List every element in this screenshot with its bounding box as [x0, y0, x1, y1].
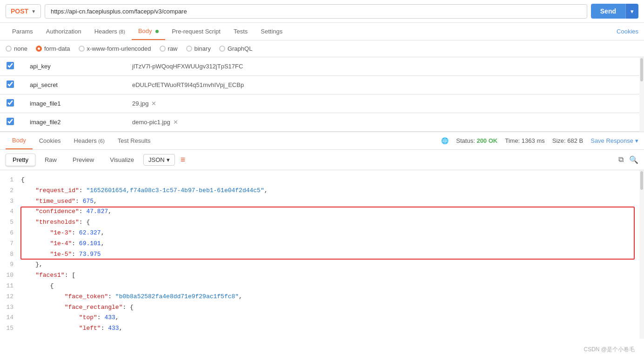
copy-icon[interactable]: ⧉	[618, 155, 624, 164]
json-format-label: JSON	[148, 156, 165, 163]
json-line-15: 15 "left": 433,	[0, 323, 644, 334]
format-raw-button[interactable]: Raw	[38, 154, 63, 166]
body-type-binary[interactable]: binary	[186, 45, 211, 52]
json-line-10: 10 "faces1": [	[0, 270, 644, 281]
tab-headers[interactable]: Headers (8)	[88, 23, 132, 40]
tab-settings[interactable]: Settings	[254, 23, 289, 40]
body-type-form-data[interactable]: form-data	[36, 45, 70, 52]
json-format-chevron-icon: ▾	[167, 156, 170, 163]
body-type-none[interactable]: none	[6, 45, 27, 52]
body-active-dot	[155, 30, 159, 33]
table-row: image_file1 29.jpg ✕	[0, 94, 644, 113]
tab-prerequest[interactable]: Pre-request Script	[165, 23, 227, 40]
row-2-value: eDULPcfETWuoRT9I4q51mvhIVpj_ECBp	[126, 76, 644, 94]
table-row: api_secret eDULPcfETWuoRT9I4q51mvhIVpj_E…	[0, 76, 644, 94]
method-select[interactable]: POST ▼	[6, 4, 41, 18]
radio-binary	[186, 46, 192, 52]
json-line-5: 5 "thresholds": {	[0, 217, 644, 228]
row-3-checkbox[interactable]	[7, 99, 14, 107]
top-bar: POST ▼ Send ▾	[0, 0, 644, 23]
highlighted-section: 4 "confidence": 47.827, 5 "thresholds": …	[0, 207, 644, 260]
table-row: image_file2 demo-pic1.jpg ✕	[0, 113, 644, 132]
response-toolbar: Pretty Raw Preview Visualize JSON ▾ ≡ ⧉ …	[0, 150, 644, 170]
body-type-graphql[interactable]: GraphQL	[219, 45, 252, 52]
request-tab-bar: Params Authorization Headers (8) Body Pr…	[0, 23, 644, 40]
json-line-11: 11 {	[0, 281, 644, 292]
json-line-9: 9 },	[0, 260, 644, 270]
save-response-button[interactable]: Save Response ▾	[590, 137, 638, 144]
json-line-7: 7 "1e-4": 69.101,	[0, 239, 644, 249]
row-2-checkbox[interactable]	[7, 80, 14, 88]
response-tab-body[interactable]: Body	[6, 132, 33, 149]
table-row: api_key jlTzV7l-pWQoqHFXWUUgv312jTpS17FC	[0, 57, 644, 76]
format-preview-button[interactable]: Preview	[66, 154, 101, 166]
wrap-icon[interactable]: ≡	[181, 155, 186, 165]
tab-authorization[interactable]: Authorization	[40, 23, 88, 40]
cookies-link[interactable]: Cookies	[617, 28, 638, 35]
response-tab-test-results[interactable]: Test Results	[111, 133, 157, 149]
json-line-3: 3 "time_used": 675,	[0, 196, 644, 207]
json-line-1: 1 {	[0, 175, 644, 186]
response-scrollbar-thumb	[640, 171, 643, 190]
format-pretty-button[interactable]: Pretty	[6, 154, 35, 166]
json-line-4: 4 "confidence": 47.827,	[0, 207, 644, 217]
method-label: POST	[11, 7, 28, 15]
app-container: POST ▼ Send ▾ Params Authorization Heade…	[0, 0, 644, 339]
response-tab-bar: Body Cookies Headers (6) Test Results 🌐 …	[0, 132, 644, 150]
radio-form-data	[36, 46, 42, 52]
json-viewer: 1 { 2 "request_id": "1652601654,f74a08c3…	[0, 170, 644, 339]
request-scrollbar-thumb	[640, 58, 643, 81]
row-3-value: 29.jpg ✕	[126, 94, 644, 113]
json-line-6: 6 "1e-3": 62.327,	[0, 228, 644, 239]
tab-params[interactable]: Params	[6, 23, 40, 40]
search-icon[interactable]: 🔍	[629, 155, 638, 164]
json-format-select[interactable]: JSON ▾	[143, 154, 175, 166]
json-line-8: 8 "1e-5": 73.975	[0, 249, 644, 260]
file-remove-2[interactable]: ✕	[173, 119, 178, 126]
format-visualize-button[interactable]: Visualize	[103, 154, 141, 166]
row-1-checkbox[interactable]	[7, 62, 14, 69]
radio-urlencoded	[79, 46, 85, 52]
row-4-key: image_file2	[23, 113, 126, 132]
response-tab-cookies[interactable]: Cookies	[33, 133, 67, 149]
body-type-raw[interactable]: raw	[160, 45, 178, 52]
row-4-value: demo-pic1.jpg ✕	[126, 113, 644, 132]
json-line-14: 14 "top": 433,	[0, 313, 644, 323]
radio-raw	[160, 46, 166, 52]
method-chevron-icon: ▼	[31, 9, 36, 14]
file-tag-1: 29.jpg ✕	[132, 100, 156, 107]
request-scrollbar[interactable]	[639, 57, 644, 132]
send-button[interactable]: Send	[591, 4, 625, 19]
row-4-checkbox[interactable]	[7, 118, 14, 125]
radio-none	[6, 46, 12, 52]
json-line-12: 12 "face_token": "b0b8a52582fa4e8dd71e9f…	[0, 292, 644, 302]
status-badge: Status: 200 OK	[456, 137, 497, 144]
url-input[interactable]	[45, 4, 587, 19]
json-line-13: 13 "face_rectangle": {	[0, 302, 644, 313]
body-type-bar: none form-data x-www-form-urlencoded raw…	[0, 40, 644, 57]
request-body: api_key jlTzV7l-pWQoqHFXWUUgv312jTpS17FC…	[0, 57, 644, 132]
response-time: Time: 1363 ms	[505, 137, 545, 144]
response-tab-headers[interactable]: Headers (6)	[67, 133, 111, 149]
tab-tests[interactable]: Tests	[227, 23, 254, 40]
row-2-key: api_secret	[23, 76, 126, 94]
send-button-group: Send ▾	[591, 4, 638, 19]
response-scrollbar[interactable]	[639, 170, 644, 339]
row-3-key: image_file1	[23, 94, 126, 113]
json-line-2: 2 "request_id": "1652601654,f74a08c3-1c5…	[0, 186, 644, 196]
tab-body[interactable]: Body	[132, 23, 165, 40]
globe-icon: 🌐	[441, 137, 449, 144]
response-size: Size: 682 B	[552, 137, 584, 144]
row-1-value: jlTzV7l-pWQoqHFXWUUgv312jTpS17FC	[126, 57, 644, 76]
toolbar-icons: ⧉ 🔍	[618, 155, 638, 164]
response-status: 🌐 Status: 200 OK Time: 1363 ms Size: 682…	[441, 137, 638, 144]
save-response-chevron-icon: ▾	[635, 137, 638, 144]
body-type-urlencoded[interactable]: x-www-form-urlencoded	[79, 45, 151, 52]
send-dropdown-button[interactable]: ▾	[625, 4, 638, 19]
row-1-key: api_key	[23, 57, 126, 76]
form-data-table: api_key jlTzV7l-pWQoqHFXWUUgv312jTpS17FC…	[0, 57, 644, 132]
radio-graphql	[219, 46, 225, 52]
file-tag-2: demo-pic1.jpg ✕	[132, 119, 178, 126]
file-remove-1[interactable]: ✕	[151, 100, 156, 107]
